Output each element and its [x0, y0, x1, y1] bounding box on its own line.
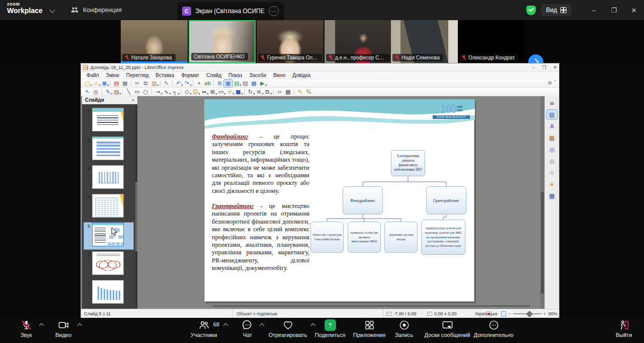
- slide-thumbnail-2[interactable]: 2: [84, 136, 133, 163]
- impress-close-button[interactable]: ✕: [553, 65, 557, 70]
- copy-icon[interactable]: ⧉: [141, 80, 150, 87]
- lines-arrows-icon[interactable]: →: [153, 88, 162, 96]
- sidebar-master-slides-icon[interactable]: ▦: [547, 191, 557, 200]
- slide-text-frame[interactable]: Фандрайзинг – це процес залученням грошо…: [212, 133, 309, 272]
- 3d-objects-icon[interactable]: ■: [234, 88, 243, 96]
- table-icon[interactable]: ⊞: [215, 80, 224, 87]
- participants-options-chevron-icon[interactable]: [223, 323, 228, 328]
- vertical-scrollbar[interactable]: [540, 96, 544, 309]
- participant-tile[interactable]: Наталя Захарова: [121, 20, 188, 63]
- slides-panel-close-icon[interactable]: ×: [132, 98, 134, 103]
- sidebar-shapes-icon[interactable]: ◇: [547, 156, 557, 166]
- align-icon[interactable]: ≡: [255, 88, 263, 96]
- menu-edit[interactable]: Зміни: [103, 73, 123, 78]
- shadow-icon[interactable]: ▱: [275, 88, 284, 96]
- slide-thumbnail-6[interactable]: 6: [84, 251, 133, 278]
- menu-window[interactable]: Вікно: [270, 73, 289, 78]
- redo-icon[interactable]: ↷: [183, 80, 191, 87]
- save-icon[interactable]: ▣: [100, 80, 109, 87]
- participant-tile-active-speaker[interactable]: Світлана ОСИПЕНКО: [189, 20, 256, 63]
- menu-format[interactable]: Формат: [178, 73, 203, 78]
- fill-color-icon[interactable]: ▨: [112, 88, 121, 96]
- clone-formatting-icon[interactable]: ✎: [162, 80, 171, 87]
- block-arrows-icon[interactable]: ⇔: [200, 88, 208, 96]
- tab-meeting[interactable]: Конференция: [70, 4, 122, 16]
- zoom-in-icon[interactable]: +: [543, 311, 546, 316]
- sidebar-navigator-icon[interactable]: ◎: [547, 145, 557, 154]
- dropdown-arrow-icon[interactable]: [270, 93, 272, 95]
- security-shield-icon[interactable]: [526, 6, 536, 15]
- arrange-icon[interactable]: ⧉: [263, 88, 272, 96]
- video-button[interactable]: Видео: [47, 319, 79, 338]
- toolbar-overflow[interactable]: ⊕˟: [548, 80, 556, 86]
- record-button[interactable]: Запись: [389, 319, 419, 338]
- basic-shapes-icon[interactable]: ◇: [183, 88, 191, 96]
- zoom-slider[interactable]: [513, 313, 541, 314]
- open-icon[interactable]: ▱: [92, 80, 100, 87]
- start-slideshow-icon[interactable]: ▶: [258, 80, 267, 87]
- dropdown-arrow-icon[interactable]: [265, 85, 267, 86]
- zoom-out-icon[interactable]: −: [508, 311, 511, 316]
- snap-guides-icon[interactable]: ▦: [224, 80, 232, 87]
- zoom-fit-icon[interactable]: [501, 311, 506, 316]
- org-chart-grantwriting-box[interactable]: Грантрайтинг: [426, 186, 466, 215]
- minimize-button[interactable]: –: [584, 0, 604, 20]
- restore-button[interactable]: ❐: [604, 0, 624, 20]
- dropdown-arrow-icon[interactable]: [178, 93, 180, 95]
- leave-meeting-button[interactable]: Выйти: [608, 319, 640, 338]
- rectangle-icon[interactable]: ▭: [133, 88, 141, 96]
- dropdown-arrow-icon[interactable]: [119, 93, 121, 95]
- ellipse-icon[interactable]: ○: [141, 88, 150, 96]
- participant-tile-camera-off[interactable]: Олександр Кондрат: [458, 20, 524, 63]
- tab-screen-share[interactable]: C Экран (Світлана ОСИПЕНКО) ⋯: [177, 2, 284, 20]
- master-slide-icon[interactable]: ▨: [241, 80, 250, 87]
- dropdown-arrow-icon[interactable]: [190, 85, 192, 86]
- statusbar-zoom-value[interactable]: 90%: [548, 309, 557, 318]
- sidebar-gallery-icon[interactable]: ▦: [547, 133, 557, 143]
- line-color-icon[interactable]: ✎: [104, 88, 112, 96]
- spelling-icon[interactable]: ab: [203, 80, 212, 87]
- participant-tile[interactable]: Надія Семенова: [391, 20, 458, 63]
- sidebar-styles-icon[interactable]: A: [547, 121, 557, 131]
- dropdown-arrow-icon[interactable]: [157, 85, 159, 86]
- menu-insert[interactable]: Вставка: [152, 73, 178, 78]
- reactions-button[interactable]: Отреагировать: [263, 319, 313, 338]
- callouts-icon[interactable]: ▭: [217, 88, 225, 96]
- insert-line-icon[interactable]: ╲: [124, 88, 133, 96]
- curve-icon[interactable]: ∿: [162, 88, 171, 96]
- sidebar-animation-icon[interactable]: ☆: [547, 168, 557, 177]
- connector-icon[interactable]: ┐: [171, 88, 179, 96]
- cut-icon[interactable]: ✂: [133, 80, 141, 87]
- find-replace-icon[interactable]: ⌖: [195, 80, 203, 87]
- insert-image-icon[interactable]: ▧: [232, 80, 241, 87]
- participants-button[interactable]: 68 Участники: [182, 319, 225, 338]
- slide-thumbnail-4[interactable]: 4: [84, 194, 133, 221]
- menu-view[interactable]: Перегляд: [123, 73, 152, 78]
- audio-options-chevron-icon[interactable]: [39, 323, 44, 328]
- close-button[interactable]: ✕: [624, 0, 644, 20]
- chat-button[interactable]: Чат: [233, 319, 262, 338]
- audio-button[interactable]: Звук: [11, 319, 41, 338]
- edit-points-icon[interactable]: ✎: [296, 88, 304, 96]
- slide-thumbnail-1[interactable]: 1: [84, 108, 133, 134]
- select-icon[interactable]: ↖: [83, 88, 92, 96]
- slide-thumbnail-7[interactable]: 7: [84, 280, 133, 307]
- video-options-chevron-icon[interactable]: [77, 323, 83, 328]
- dropdown-arrow-icon[interactable]: [241, 93, 243, 95]
- apps-button[interactable]: Приложения: [348, 319, 390, 338]
- duplicate-slide-icon[interactable]: ▩: [250, 80, 258, 87]
- org-chart-leaf-private-box[interactable]: приватні особи (як правило випускники ЗВ…: [348, 222, 381, 253]
- export-pdf-icon[interactable]: ▤: [112, 80, 121, 87]
- dropdown-arrow-icon[interactable]: [107, 85, 109, 86]
- menu-show[interactable]: Показ: [225, 73, 246, 78]
- menu-slide[interactable]: Слайд: [203, 73, 225, 78]
- org-chart-leaf-business-box[interactable]: бізнесові структури благодійні фонди: [310, 222, 344, 253]
- participant-tile[interactable]: д.е.н., професор Світл...: [325, 20, 391, 63]
- slide-thumbnail-5-selected[interactable]: 5: [84, 223, 133, 249]
- menu-file[interactable]: Файл: [83, 73, 103, 78]
- impress-titlebar[interactable]: Доповідь 18_11_25.pptx - LibreOffice Imp…: [81, 63, 559, 72]
- rotate-icon[interactable]: ↻: [246, 88, 255, 96]
- org-chart-leaf-grants-box[interactable]: індивідуальні гранти для науковця, грант…: [421, 220, 465, 255]
- sidebar-properties-icon[interactable]: ▤: [547, 110, 557, 119]
- impress-restore-button[interactable]: ❐: [542, 65, 546, 70]
